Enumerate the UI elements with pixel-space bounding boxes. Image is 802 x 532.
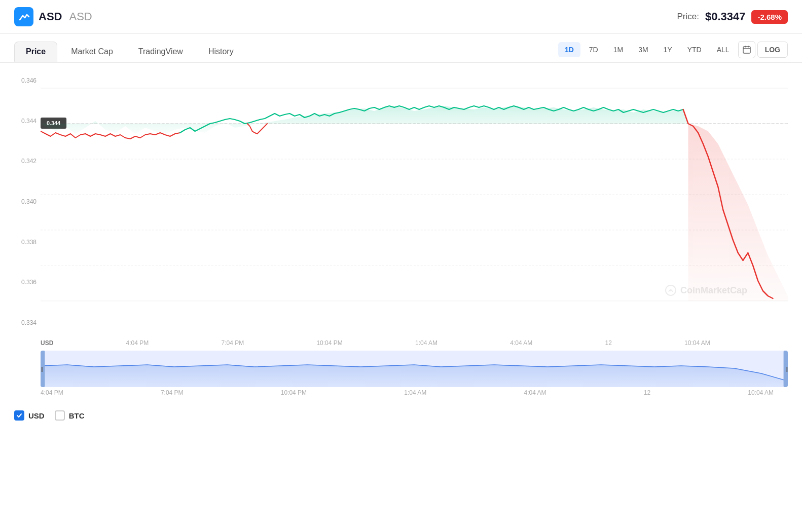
time-range-buttons: 1D 7D 1M 3M 1Y YTD ALL LOG: [558, 41, 788, 62]
usd-checkbox[interactable]: [14, 410, 24, 421]
usd-toggle[interactable]: USD: [14, 410, 45, 421]
nav-x-label-1004pm: 10:04 PM: [281, 389, 307, 396]
header: ASD ASD Price: $0.3347 -2.68%: [0, 0, 802, 34]
nav-x-label-404pm: 4:04 PM: [41, 389, 63, 396]
x-label-404pm: 4:04 PM: [126, 339, 149, 347]
time-btn-1m[interactable]: 1M: [607, 42, 630, 57]
app-logo: [14, 7, 33, 26]
tab-tradingview[interactable]: TradingView: [127, 42, 195, 62]
header-left: ASD ASD: [14, 7, 92, 26]
nav-x-label-12: 12: [644, 389, 650, 396]
price-label: Price:: [677, 12, 699, 22]
time-btn-1y[interactable]: 1Y: [657, 42, 679, 57]
nav-x-label-704pm: 7:04 PM: [161, 389, 184, 396]
ticker-short: ASD: [69, 10, 92, 23]
x-label-104am: 1:04 AM: [415, 339, 438, 347]
header-right: Price: $0.3347 -2.68%: [677, 10, 788, 24]
tabs-left: Price Market Cap TradingView History: [14, 42, 245, 62]
y-label-344: 0.344: [14, 118, 41, 125]
y-label-334: 0.334: [14, 319, 41, 326]
nav-x-label-1004am: 10:04 AM: [748, 389, 774, 396]
navigator-svg: [41, 351, 788, 387]
chart-container: 0.346 0.344 0.342 0.340 0.338 0.336 0.33…: [0, 63, 802, 347]
tab-history[interactable]: History: [197, 42, 245, 62]
svg-rect-0: [743, 47, 750, 53]
tabs-bar: Price Market Cap TradingView History 1D …: [0, 34, 802, 63]
y-label-340: 0.340: [14, 198, 41, 205]
nav-right-handle[interactable]: ||: [785, 366, 787, 372]
y-label-346: 0.346: [14, 77, 41, 84]
nav-x-label-404am: 4:04 AM: [524, 389, 546, 396]
tab-market-cap[interactable]: Market Cap: [59, 42, 125, 62]
usd-label: USD: [28, 411, 45, 420]
price-chart-svg: 0.344: [41, 73, 788, 336]
btc-label: BTC: [69, 411, 85, 420]
price-value: $0.3347: [705, 10, 746, 23]
time-btn-7d[interactable]: 7D: [582, 42, 605, 57]
chart-wrapper: 0.346 0.344 0.342 0.340 0.338 0.336 0.33…: [14, 73, 788, 336]
watermark: CoinMarketCap: [665, 285, 747, 296]
navigator-container: || ||: [41, 351, 788, 387]
x-label-12: 12: [605, 339, 612, 347]
currency-toggles: USD BTC: [0, 401, 802, 430]
time-btn-1d[interactable]: 1D: [558, 42, 580, 57]
nav-x-label-104am: 1:04 AM: [404, 389, 426, 396]
x-label-1004am: 10:04 AM: [684, 339, 710, 347]
nav-left-handle[interactable]: ||: [41, 366, 43, 372]
btc-checkbox[interactable]: [55, 410, 65, 421]
btc-toggle[interactable]: BTC: [55, 410, 85, 421]
y-label-342: 0.342: [14, 158, 41, 165]
x-label-704pm: 7:04 PM: [221, 339, 244, 347]
x-label-usd: USD: [41, 339, 53, 347]
time-btn-3m[interactable]: 3M: [632, 42, 654, 57]
time-btn-ytd[interactable]: YTD: [681, 42, 708, 57]
calendar-button[interactable]: [738, 41, 755, 58]
ticker-symbol: ASD: [39, 10, 62, 23]
tab-price[interactable]: Price: [14, 42, 57, 62]
x-label-1004pm: 10:04 PM: [316, 339, 342, 347]
svg-point-13: [670, 289, 672, 291]
x-label-404am: 4:04 AM: [510, 339, 532, 347]
x-axis-labels: USD 4:04 PM 7:04 PM 10:04 PM 1:04 AM 4:0…: [14, 336, 783, 347]
time-btn-all[interactable]: ALL: [710, 42, 736, 57]
price-change-badge: -2.68%: [751, 10, 788, 24]
y-axis: 0.346 0.344 0.342 0.340 0.338 0.336 0.33…: [14, 73, 41, 336]
y-label-336: 0.336: [14, 279, 41, 286]
log-button[interactable]: LOG: [757, 42, 788, 58]
y-label-338: 0.338: [14, 239, 41, 246]
navigator-x-labels: 4:04 PM 7:04 PM 10:04 PM 1:04 AM 4:04 AM…: [0, 387, 788, 396]
